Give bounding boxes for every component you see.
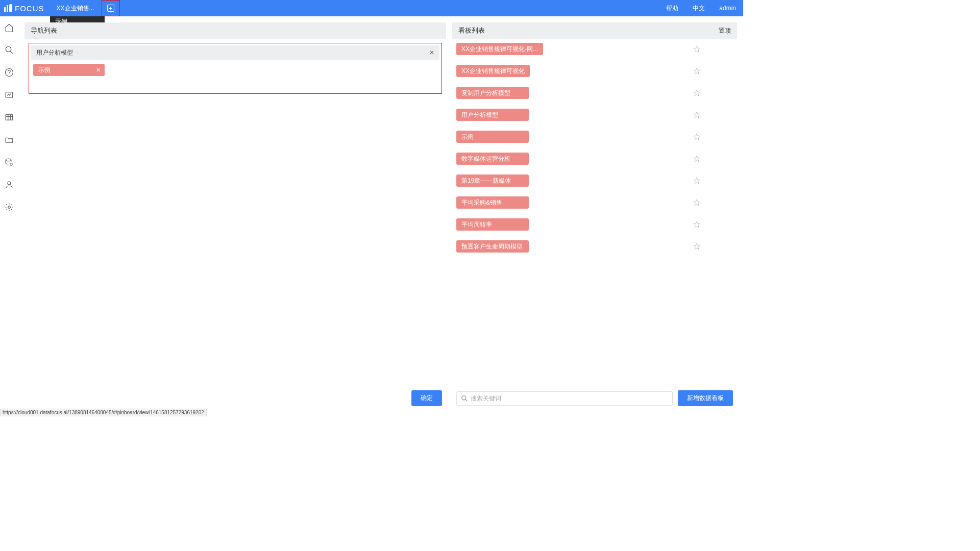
board-row: 用户分析模型 (456, 109, 733, 121)
bars-icon (4, 4, 12, 12)
plus-icon[interactable]: + (107, 5, 114, 12)
board-list: XX企业销售规律可视化-网... XX企业销售规律可视化 复制用户分析模型 用户… (452, 39, 737, 386)
board-row: 平均采购&销售 (456, 196, 733, 209)
main-area: 导航列表 用户分析模型 ✕ 示例 ✕ 确定 (18, 16, 743, 416)
svg-point-21 (462, 395, 466, 399)
svg-marker-20 (694, 243, 700, 249)
home-icon[interactable] (4, 22, 14, 33)
board-row: 平均周转率 (456, 218, 733, 231)
star-icon[interactable] (693, 243, 700, 250)
board-chip[interactable]: 用户分析模型 (456, 109, 529, 121)
nav-chip-row: 示例 ✕ (31, 60, 439, 91)
svg-rect-6 (6, 115, 13, 120)
user-link[interactable]: admin (712, 5, 743, 12)
board-panel-header: 看板列表 置顶 (452, 22, 737, 39)
tab-active[interactable]: XX企业销售... (50, 0, 102, 16)
search-box[interactable] (456, 391, 673, 406)
svg-point-7 (6, 159, 11, 161)
nav-footer: 确定 (24, 386, 446, 410)
search-input[interactable] (471, 395, 668, 402)
search-icon[interactable] (4, 45, 14, 55)
board-chip[interactable]: 复制用户分析模型 (456, 87, 529, 99)
confirm-button[interactable]: 确定 (411, 390, 442, 406)
db-settings-icon[interactable] (4, 157, 14, 167)
nav-card: 用户分析模型 ✕ 示例 ✕ (29, 43, 442, 94)
lang-link[interactable]: 中文 (685, 4, 712, 13)
nav-card-title-text: 用户分析模型 (36, 48, 73, 57)
nav-chip-label: 示例 (38, 66, 51, 74)
chip-close-icon[interactable]: ✕ (96, 67, 101, 73)
board-footer: 新增数据看板 (452, 386, 737, 410)
board-panel-title: 看板列表 (458, 26, 485, 35)
pin-column-label: 置顶 (719, 27, 731, 35)
board-row: 预置客户生命周期模型 (456, 240, 733, 253)
user-icon[interactable] (4, 180, 14, 190)
nav-panel-header: 导航列表 (24, 22, 446, 39)
svg-marker-12 (694, 68, 700, 74)
svg-rect-1 (7, 5, 8, 12)
topbar: FOCUS XX企业销售... + 帮助 中文 admin (0, 0, 743, 16)
board-chip[interactable]: 平均采购&销售 (456, 196, 529, 209)
nav-chip[interactable]: 示例 ✕ (33, 64, 105, 76)
star-icon[interactable] (693, 67, 700, 74)
folder-icon[interactable] (4, 135, 14, 145)
board-chip[interactable]: 第19章——新媒体 (456, 174, 529, 187)
svg-rect-2 (9, 4, 12, 12)
svg-marker-13 (694, 90, 700, 96)
add-tab-highlight: + (102, 0, 120, 16)
close-icon[interactable]: ✕ (429, 49, 434, 56)
chart-icon[interactable] (4, 90, 14, 100)
svg-marker-17 (694, 178, 700, 184)
board-chip[interactable]: 示例 (456, 131, 529, 143)
board-row: 第19章——新媒体 (456, 174, 733, 187)
new-board-button[interactable]: 新增数据看板 (678, 390, 733, 406)
search-icon (461, 395, 468, 402)
star-icon[interactable] (693, 221, 700, 228)
nav-card-header: 用户分析模型 ✕ (31, 45, 439, 60)
status-bar-url: https://cloud001.datafocus.ai/1389081464… (0, 409, 207, 416)
question-icon[interactable] (4, 67, 14, 78)
svg-marker-18 (694, 199, 700, 206)
board-row: XX企业销售规律可视化-网... (456, 43, 733, 55)
nav-body: 用户分析模型 ✕ 示例 ✕ (24, 39, 446, 98)
star-icon[interactable] (693, 199, 700, 206)
board-chip[interactable]: XX企业销售规律可视化-网... (456, 43, 543, 55)
board-row: 数字媒体运营分析 (456, 153, 733, 165)
star-icon[interactable] (693, 177, 700, 184)
table-icon[interactable] (4, 112, 14, 122)
svg-marker-14 (694, 112, 700, 118)
svg-marker-15 (694, 134, 700, 140)
board-chip[interactable]: 预置客户生命周期模型 (456, 240, 529, 253)
board-row: XX企业销售规律可视化 (456, 65, 733, 77)
brand-text: FOCUS (15, 4, 44, 13)
star-icon[interactable] (693, 89, 700, 96)
svg-marker-19 (694, 221, 700, 228)
svg-point-9 (8, 182, 11, 185)
star-icon[interactable] (693, 111, 700, 118)
star-icon[interactable] (693, 133, 700, 140)
board-chip[interactable]: 数字媒体运营分析 (456, 153, 529, 165)
board-panel: 看板列表 置顶 XX企业销售规律可视化-网... XX企业销售规律可视化 复制用… (452, 22, 737, 410)
help-link[interactable]: 帮助 (659, 4, 685, 13)
gear-icon[interactable] (4, 202, 14, 212)
svg-point-3 (6, 46, 11, 52)
star-icon[interactable] (693, 45, 700, 53)
board-chip[interactable]: XX企业销售规律可视化 (456, 65, 530, 77)
nav-panel-title: 导航列表 (31, 26, 57, 35)
board-chip[interactable]: 平均周转率 (456, 218, 529, 231)
star-icon[interactable] (693, 155, 700, 162)
board-row: 复制用户分析模型 (456, 87, 733, 99)
svg-marker-11 (694, 46, 700, 52)
svg-point-10 (8, 206, 11, 209)
board-row: 示例 (456, 131, 733, 143)
svg-rect-0 (4, 7, 6, 12)
sidebar (0, 16, 18, 416)
topbar-right: 帮助 中文 admin (659, 4, 743, 13)
svg-point-8 (10, 163, 13, 166)
brand-logo[interactable]: FOCUS (0, 4, 50, 13)
svg-marker-16 (694, 156, 700, 162)
nav-panel: 导航列表 用户分析模型 ✕ 示例 ✕ 确定 (24, 22, 446, 410)
